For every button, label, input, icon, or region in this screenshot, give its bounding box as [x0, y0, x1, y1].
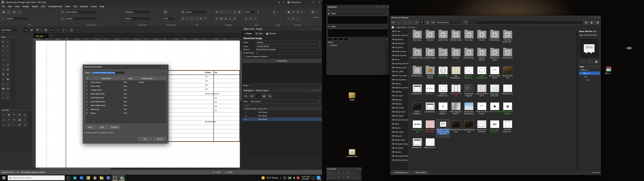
- object-info-tab[interactable]: ▤ Data: [254, 31, 264, 36]
- forward-icon[interactable]: →: [402, 20, 407, 25]
- resource-item[interactable]: LayerNameSt...: [424, 102, 436, 119]
- resource-item[interactable]: Alum RoofingSidin...: [450, 66, 462, 84]
- plan-rotation-icon[interactable]: ⊕: [163, 10, 168, 14]
- resource-item[interactable]: Stair Styles: [411, 30, 424, 48]
- up-folder-icon[interactable]: ↥: [414, 20, 418, 25]
- tree-item[interactable]: TB Border Styles: [390, 142, 409, 146]
- back-icon[interactable]: ←: [397, 20, 402, 25]
- tool-icon[interactable]: ≈: [1, 53, 5, 58]
- action-center-icon[interactable]: [312, 177, 314, 179]
- field-row[interactable]: 9 Notes Text: [85, 111, 166, 115]
- navigation-mode-icon[interactable]: ◉: [261, 94, 267, 98]
- tree-scrollbar[interactable]: [408, 29, 410, 170]
- list-view-icon[interactable]: ≣: [425, 20, 430, 25]
- menu-item[interactable]: Help: [98, 5, 106, 8]
- tool-icon[interactable]: ✎: [1, 44, 5, 48]
- network-icon[interactable]: [288, 177, 291, 179]
- tool-icon[interactable]: ↕: [1, 63, 5, 67]
- panel-right-icon[interactable]: ◨: [595, 20, 600, 25]
- snap-icon[interactable]: ◈: [224, 16, 228, 20]
- zoom-field[interactable]: 122%▼: [244, 10, 257, 14]
- tree-item[interactable]: D1.vwx: [390, 29, 409, 33]
- weather-widget[interactable]: 81°F Sunny: [267, 177, 278, 179]
- menu-item[interactable]: Entertainment: [47, 5, 64, 8]
- tool-icon[interactable]: ◇: [1, 77, 5, 81]
- selection-mode-icon[interactable]: ▭: [49, 27, 54, 33]
- menu-item[interactable]: Text: [72, 5, 79, 8]
- remove-field-button[interactable]: Remove: [109, 125, 120, 129]
- taskbar-app-file-explorer[interactable]: [98, 175, 105, 181]
- snap-icon[interactable]: ∠: [219, 10, 223, 14]
- snap-icon[interactable]: ⊡: [215, 16, 219, 20]
- taskbar-search-input[interactable]: [12, 176, 63, 179]
- vertical-scrollbar[interactable]: [240, 40, 242, 168]
- start-button[interactable]: [0, 175, 8, 181]
- selection-mode-icon[interactable]: ◫: [69, 27, 74, 33]
- tool-set-icon[interactable]: ⋈: [17, 122, 22, 127]
- new-folder-button[interactable]: ▸New Folder...: [412, 170, 429, 174]
- resource-item[interactable]: Wall Styles: [436, 48, 450, 66]
- render-mode-dropdown[interactable]: Wireframe▼: [124, 10, 152, 14]
- palette-close-icon[interactable]: ✕: [319, 28, 321, 30]
- palette-help-icon[interactable]: ?: [313, 28, 314, 30]
- tree-item[interactable]: Materials: [390, 98, 409, 102]
- resource-item[interactable]: Bracket Profile Round: [488, 66, 501, 84]
- detail-view-icon[interactable]: ⊟: [431, 20, 436, 25]
- field-row[interactable]: 3 Ceiling Finish Text: [85, 88, 166, 92]
- resize-grip[interactable]: ◢: [167, 142, 168, 143]
- menu-item[interactable]: View: [13, 5, 21, 8]
- grid-scrollbar[interactable]: ▲: [576, 29, 578, 170]
- text-format-button[interactable]: ≣: [199, 16, 203, 20]
- tree-item[interactable]: Section-Elevation Line Styles: [390, 118, 409, 122]
- line-thickness-chip[interactable]: [328, 38, 332, 40]
- gear-icon[interactable]: ⚙: [310, 10, 315, 14]
- text-format-button[interactable]: B: [181, 16, 185, 20]
- field-row[interactable]: 1 Room Name Text Room: [85, 80, 166, 84]
- tool-set-icon[interactable]: △: [1, 122, 6, 127]
- palette-pin-icon[interactable]: ⊼: [316, 28, 317, 30]
- tool-set-icon[interactable]: ○: [12, 122, 17, 127]
- snap-icon[interactable]: △: [228, 16, 232, 20]
- tool-icon[interactable]: ◠: [6, 48, 10, 53]
- gear-icon[interactable]: ⚙: [391, 20, 396, 25]
- snap-icon[interactable]: ⊥: [228, 10, 232, 14]
- maximize-button[interactable]: ❐: [310, 0, 316, 4]
- tree-item[interactable]: Drawing Label Styles: [390, 62, 409, 66]
- new-tab-button[interactable]: +: [51, 34, 52, 37]
- snap-icon[interactable]: ⊘: [233, 16, 237, 20]
- view-mode-icon[interactable]: ◐: [1, 16, 5, 20]
- close-button[interactable]: ✕: [316, 0, 322, 4]
- resource-item[interactable]: Dash Style-3: [424, 84, 436, 102]
- tool-set-icon[interactable]: #: [22, 122, 28, 127]
- resource-item[interactable]: Aluminum / Magnesiu...: [462, 66, 475, 84]
- viewbar-icon[interactable]: ⊕: [296, 10, 300, 14]
- navigation-mode-icon[interactable]: ⇆: [267, 94, 273, 98]
- selection-mode-icon[interactable]: [67, 28, 68, 32]
- zoom-icon[interactable]: ⊕: [244, 16, 248, 20]
- resource-item[interactable]: Realistic Exterior Final: [450, 119, 462, 137]
- tree-item[interactable]: Slabs: [390, 122, 409, 126]
- snap-icon[interactable]: ◉: [237, 10, 241, 14]
- constraint-snap-icon[interactable]: ⊥: [332, 171, 336, 175]
- resource-item[interactable]: Light Fixt Lightolier...: [436, 102, 450, 119]
- class-dropdown[interactable]: A-AREA▼: [65, 16, 98, 20]
- taskbar-app-vectorworks[interactable]: V: [112, 175, 118, 181]
- pen-style-dropdown[interactable]: Class▼: [330, 25, 388, 28]
- scroll-right-arrow[interactable]: ▶: [238, 168, 240, 170]
- fill-color-swatch[interactable]: [328, 16, 388, 24]
- data-tree-row[interactable]: ◢ Attache...: [579, 68, 600, 72]
- panel-left-icon[interactable]: ◧: [590, 20, 594, 25]
- home-icon[interactable]: ⌂: [408, 20, 413, 25]
- snap-icon[interactable]: ⊞: [215, 10, 219, 14]
- object-info-tab[interactable]: ☕ Render: [264, 31, 278, 36]
- object-name-field[interactable]: [251, 84, 321, 87]
- preview-texture-icon[interactable]: ◍: [586, 60, 592, 64]
- resource-item[interactable]: Interior Rendering...: [411, 102, 424, 119]
- tool-set-icon[interactable]: ⊞: [17, 112, 22, 117]
- resource-item[interactable]: R Beuc N Arrow-Rotated: [501, 102, 514, 119]
- tool-set-icon[interactable]: ✎: [12, 112, 17, 117]
- scroll-thumb[interactable]: [39, 168, 111, 170]
- palette-menu-icon[interactable]: ≡: [377, 6, 378, 8]
- resource-item[interactable]: zNested Parts: [501, 48, 514, 66]
- tool-icon[interactable]: ▱: [1, 82, 5, 86]
